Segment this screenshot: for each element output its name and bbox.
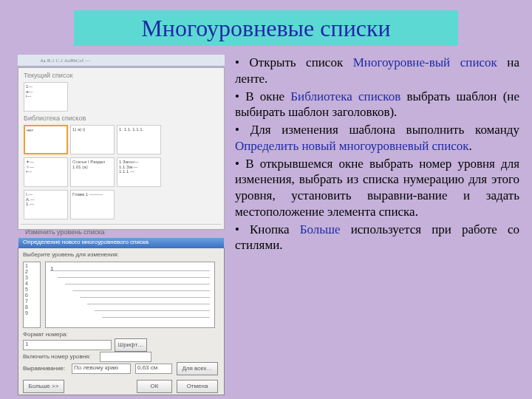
left-column: A₁ B.1 C.1 AaBbCcI — Текущий список 1—a—… (18, 55, 225, 395)
list-preview-cell[interactable]: 1) a) i) (70, 125, 115, 154)
em: Определить новый многоуровневый список (235, 139, 469, 153)
title-bar: Многоуровневые списки (74, 10, 458, 46)
dialog-title: Определение нового многоуровневого списк… (18, 238, 224, 248)
align-select[interactable]: По левому краю (72, 364, 131, 374)
ok-button[interactable]: ОК (137, 380, 172, 393)
levels-label: Выберите уровень для изменения: (23, 251, 119, 258)
page-title: Многоуровневые списки (141, 15, 390, 42)
level-option[interactable]: 6 (25, 293, 38, 299)
ribbon-snippet: A₁ B.1 C.1 AaBbCcI — (18, 55, 225, 66)
list-preview-cell[interactable]: Статья I Раздел 1.01 (a) (70, 157, 115, 187)
level-option[interactable]: 2 (25, 269, 38, 275)
bullet-1: • Открыть список Многоуровне-вый список … (235, 55, 519, 87)
t: • В окне (235, 89, 290, 103)
dropdown-row-3: I.—A.—1.— Глава 1 ——— (21, 188, 222, 221)
level-option[interactable]: 9 (25, 310, 38, 316)
t: . (469, 139, 472, 153)
bullet-4: • В открывшемся окне выбрать номер уровн… (235, 156, 519, 220)
em: Библиотека списков (290, 89, 400, 103)
format-label: Формат номера: (23, 331, 68, 338)
t: • Кнопка (235, 222, 300, 236)
font-button[interactable]: Шрифт… (115, 338, 147, 352)
link-change-level[interactable]: Изменить уровень списка (21, 227, 222, 237)
level-option[interactable]: 3 (25, 275, 38, 281)
em: Многоуровне-вый список (353, 55, 497, 69)
level-option[interactable]: 1 (25, 263, 38, 269)
all-button[interactable]: Для всех… (177, 362, 218, 375)
multilevel-dropdown: Текущий список 1—a—i— Библиотека списков… (18, 67, 225, 230)
dropdown-row-1: нет 1) a) i) 1. 1.1. 1.1.1. (21, 123, 222, 156)
t: • Открыть список (235, 55, 353, 69)
bullet-2: • В окне Библиотека списков выбрать шабл… (235, 89, 519, 121)
list-preview-none[interactable]: нет (24, 125, 68, 154)
t: • Для изменения шаблона выполнить команд… (235, 123, 519, 137)
level-listbox[interactable]: 1 2 3 4 5 6 7 8 9 (23, 262, 41, 328)
level-option[interactable]: 4 (25, 281, 38, 287)
level-option[interactable]: 7 (25, 299, 38, 304)
define-list-dialog: Определение нового многоуровневого списк… (18, 248, 225, 395)
include-select[interactable] (100, 352, 151, 362)
dropdown-row-current: 1—a—i— (21, 81, 222, 113)
include-label: Включить номер уровня: (23, 353, 91, 360)
bullet-3: • Для изменения шаблона выполнить команд… (235, 122, 519, 154)
more-button[interactable]: Больше >> (23, 380, 64, 393)
level-option[interactable]: 5 (25, 287, 38, 293)
list-preview-cell[interactable]: Глава 1 ——— (70, 190, 115, 219)
cancel-button[interactable]: Отмена (177, 380, 218, 393)
section-current: Текущий список (21, 70, 222, 81)
level-option[interactable]: 8 (25, 304, 38, 310)
section-library: Библиотека списков (21, 113, 222, 123)
format-input[interactable]: 1 (23, 340, 112, 350)
list-preview-cell[interactable]: ✦—✧—•— (24, 157, 68, 187)
list-preview-cell[interactable]: 1 Загол—1.1 Заг—1.1.1 — (117, 157, 161, 187)
list-preview-cell[interactable]: 1. 1.1. 1.1.1. (117, 125, 161, 154)
list-preview-cell[interactable]: 1—a—i— (24, 82, 68, 112)
em: Больше (300, 222, 341, 236)
indent-input[interactable]: 0,63 см (135, 364, 172, 374)
bullet-5: • Кнопка Больше используется при работе … (235, 222, 519, 254)
instruction-text: • Открыть список Многоуровне-вый список … (235, 55, 519, 255)
list-preview: 1 (45, 262, 215, 328)
align-label: Выравнивание: (23, 365, 65, 372)
dropdown-row-2: ✦—✧—•— Статья I Раздел 1.01 (a) 1 Загол—… (21, 156, 222, 188)
list-preview-cell[interactable]: I.—A.—1.— (24, 190, 68, 219)
